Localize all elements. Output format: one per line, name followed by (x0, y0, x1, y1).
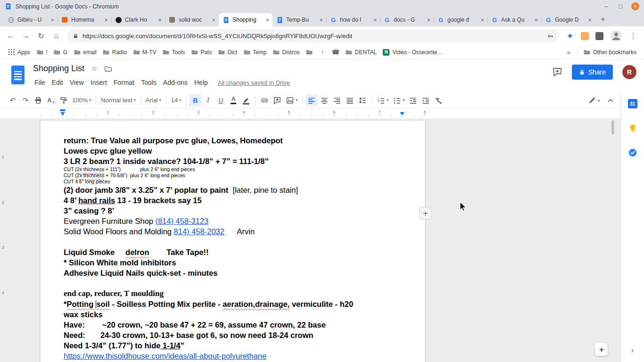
doc-line[interactable] (64, 237, 406, 247)
clear-formatting-button[interactable]: T (432, 94, 445, 107)
bookmark-item[interactable]: M-TV (130, 47, 159, 58)
insert-comment-floating-button[interactable]: + (419, 207, 432, 220)
browser-tab[interactable]: Ghow do I× (326, 13, 380, 26)
horizontal-ruler[interactable]: 12345678 (0, 108, 644, 118)
tab-close-icon[interactable]: × (50, 16, 54, 24)
tab-close-icon[interactable]: × (373, 16, 377, 24)
new-tab-button[interactable]: + (597, 13, 609, 25)
bookmark-star-icon[interactable]: ★ (563, 29, 577, 43)
address-bar[interactable]: https://docs.google.com/document/d/10RHx… (67, 29, 559, 42)
bulleted-list-button[interactable]: ▾ (391, 94, 406, 107)
insert-link-button[interactable] (258, 94, 271, 107)
doc-line[interactable]: return: True Value all purpose pvc glue,… (64, 135, 406, 146)
bookmark-item[interactable]: Radio (99, 47, 130, 58)
bookmark-item[interactable]: DENTAL (342, 47, 380, 58)
extension-icon-2[interactable] (595, 32, 603, 40)
minimize-button[interactable]: – (603, 3, 610, 10)
browser-tab[interactable]: Homema× (58, 13, 111, 26)
menu-add-ons[interactable]: Add-ons (160, 77, 191, 88)
doc-line[interactable]: Lowes cpvc glue yellow (64, 146, 406, 156)
account-avatar[interactable]: R (622, 65, 636, 79)
scrollbar-thumb[interactable] (611, 120, 614, 134)
browser-tab[interactable]: solid woc× (165, 13, 219, 26)
menu-edit[interactable]: Edit (49, 77, 66, 88)
reload-icon[interactable]: ↻ (34, 29, 48, 43)
tab-close-icon[interactable]: × (534, 16, 538, 24)
doc-link[interactable]: https://www.thisoldhouse.com/ideas/all-a… (64, 352, 266, 360)
tab-close-icon[interactable]: × (158, 16, 162, 24)
home-icon[interactable]: ⌂ (49, 29, 63, 43)
bookmark-item[interactable]: G (50, 47, 70, 58)
align-left-button[interactable] (305, 94, 318, 107)
doc-line[interactable]: https://www.thisoldhouse.com/ideas/all-a… (64, 351, 406, 361)
menu-format[interactable]: Format (110, 77, 138, 88)
italic-button[interactable]: I (202, 94, 214, 107)
calendar-icon[interactable]: 31 (628, 99, 637, 108)
tab-close-icon[interactable]: × (104, 16, 108, 24)
back-icon[interactable]: ← (4, 29, 18, 43)
browser-tab[interactable]: GGoogle D× (541, 13, 595, 26)
left-margin-marker[interactable] (60, 112, 65, 118)
docs-logo-icon[interactable] (11, 66, 25, 84)
tab-close-icon[interactable]: × (212, 16, 215, 24)
browser-menu-icon[interactable]: ⋮ (626, 29, 640, 43)
text-color-button[interactable]: A (227, 94, 239, 107)
star-icon[interactable]: ☆ (91, 65, 97, 73)
doc-line[interactable]: end cap, reducer, T moulding (64, 288, 406, 299)
decrease-indent-button[interactable] (407, 94, 419, 107)
bookmark-item[interactable]: Dict (215, 47, 240, 58)
tasks-icon[interactable] (628, 148, 637, 157)
extension-icon-1[interactable] (581, 32, 589, 40)
doc-line[interactable]: Have: ~20 crown, ~20 base 47 + 22 = 69, … (64, 320, 406, 330)
insert-comment-button[interactable] (271, 94, 283, 107)
other-bookmarks[interactable]: Other bookmarks (580, 47, 639, 58)
underline-button[interactable]: U (215, 94, 227, 107)
share-button[interactable]: Share (572, 65, 613, 80)
bookmark-item[interactable]: Distros (269, 47, 302, 58)
highlight-color-button[interactable] (240, 94, 252, 107)
bookmark-item[interactable]: NVideo - Osseointe... (380, 47, 445, 58)
bold-button[interactable]: B (189, 94, 201, 107)
key-icon[interactable] (547, 33, 553, 39)
doc-line[interactable]: CUT (2x thichness + 111”) plus 2 6” long… (64, 166, 406, 173)
doc-line[interactable]: wax sticks (64, 309, 406, 320)
align-right-button[interactable] (331, 94, 343, 107)
paint-format-button[interactable] (58, 94, 70, 107)
forward-icon[interactable]: → (19, 29, 33, 43)
browser-tab[interactable]: Shopping× (219, 13, 272, 26)
doc-line[interactable]: Evergreen Furniture Shop (814) 458-3123 (64, 216, 406, 226)
bookmark-item[interactable]: email (70, 47, 99, 58)
doc-line[interactable]: CUT 4 6” long pieces (64, 179, 406, 185)
tab-close-icon[interactable]: × (480, 16, 484, 24)
collapse-toolbar-button[interactable] (604, 94, 617, 107)
browser-tab[interactable]: Gibiru - U× (4, 13, 58, 26)
font-family-dropdown[interactable]: Arial▾ (144, 94, 163, 107)
numbered-list-button[interactable]: 1.2.▾ (375, 94, 390, 107)
browser-tab[interactable]: GAsk a Qu× (487, 13, 541, 26)
doc-line[interactable]: Solid Wood Floors and Molding 814) 458-2… (64, 226, 406, 237)
bookmark-item[interactable]: ! (33, 47, 50, 58)
line-spacing-button[interactable] (356, 94, 369, 107)
menu-view[interactable]: View (66, 77, 87, 88)
hide-side-panel-icon[interactable]: › (631, 346, 634, 354)
browser-tab[interactable]: Temp-Bu× (272, 13, 326, 26)
spellcheck-button[interactable]: A✓ (45, 94, 57, 107)
print-button[interactable] (32, 94, 44, 107)
doc-line[interactable]: Liquid Smoke delron Take Tape!! (64, 247, 406, 257)
doc-line[interactable]: Adhesive Liquid Nails quick-set - minute… (64, 268, 406, 278)
tab-close-icon[interactable]: × (588, 16, 592, 24)
increase-indent-button[interactable] (420, 94, 432, 107)
document-page[interactable]: return: True Value all purpose pvc glue,… (40, 120, 425, 362)
explore-button[interactable] (595, 343, 608, 356)
paragraph-style-dropdown[interactable]: Normal text▾ (99, 94, 137, 107)
bookmark-item[interactable]: Temp (240, 47, 269, 58)
doc-line[interactable]: *Potting soil - Soilless Potting Mix per… (64, 299, 406, 309)
bookmarks-overflow-chevron[interactable]: » (563, 49, 574, 56)
browser-profile-avatar[interactable] (610, 30, 622, 42)
right-margin-marker[interactable] (400, 112, 405, 118)
save-status[interactable]: All changes saved in Drive (218, 79, 290, 86)
redo-button[interactable]: ↷ (19, 94, 32, 107)
move-to-folder-icon[interactable] (104, 65, 112, 73)
doc-line[interactable]: CUT (2x thichness + 70-5/8”) plus 2 6” l… (64, 173, 406, 179)
doc-line[interactable]: Need: 24-30 crown, 10-13+ base got 6, so… (64, 330, 406, 340)
